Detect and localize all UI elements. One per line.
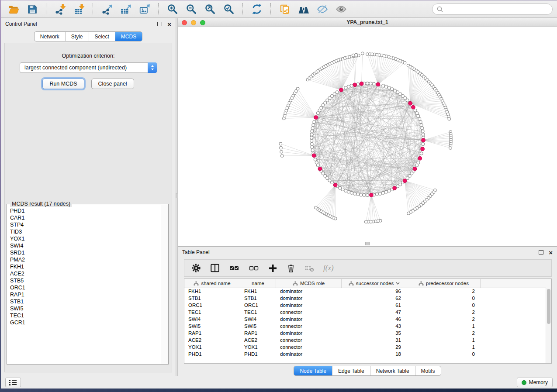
network-node[interactable] bbox=[415, 164, 419, 167]
mcds-result-item[interactable]: FKH1 bbox=[10, 263, 162, 270]
network-leaf-node[interactable] bbox=[296, 87, 299, 90]
network-node[interactable] bbox=[336, 91, 339, 94]
network-node[interactable] bbox=[417, 114, 420, 117]
network-node[interactable] bbox=[314, 158, 317, 161]
tab-motifs[interactable]: Motifs bbox=[415, 366, 441, 375]
tab-node-table[interactable]: Node Table bbox=[294, 366, 332, 375]
table-row[interactable]: STB1STB1dominator620 bbox=[184, 295, 545, 302]
network-mcds-hub-node[interactable] bbox=[412, 105, 415, 109]
network-node[interactable] bbox=[333, 93, 336, 96]
network-node[interactable] bbox=[375, 193, 378, 196]
network-mcds-hub-node[interactable] bbox=[422, 138, 426, 142]
network-window-titlebar[interactable]: YPA_prune.txt_1 bbox=[178, 18, 557, 27]
network-node[interactable] bbox=[394, 89, 397, 92]
network-mcds-hub-node[interactable] bbox=[370, 193, 374, 197]
network-leaf-node[interactable] bbox=[449, 147, 452, 150]
mcds-result-item[interactable]: TID3 bbox=[10, 228, 162, 235]
mcds-result-item[interactable]: SWI4 bbox=[10, 242, 162, 249]
network-node[interactable] bbox=[385, 85, 388, 88]
network-node[interactable] bbox=[344, 189, 347, 193]
run-mcds-button[interactable]: Run MCDS bbox=[42, 79, 84, 89]
show-glyphs-button[interactable] bbox=[333, 2, 349, 16]
export-image-button[interactable] bbox=[136, 2, 153, 16]
network-node[interactable] bbox=[366, 194, 369, 197]
network-node[interactable] bbox=[315, 161, 318, 164]
network-node[interactable] bbox=[391, 88, 394, 91]
network-leaf-node[interactable] bbox=[315, 206, 318, 209]
network-node[interactable] bbox=[311, 127, 314, 130]
network-leaf-node[interactable] bbox=[361, 52, 364, 55]
network-mcds-hub-node[interactable] bbox=[408, 101, 412, 105]
network-splitter-handle[interactable] bbox=[365, 242, 370, 245]
table-row[interactable]: SWI5SWI5connector431 bbox=[184, 323, 545, 330]
search-input[interactable] bbox=[446, 6, 548, 13]
network-node[interactable] bbox=[341, 188, 344, 191]
network-node[interactable] bbox=[382, 84, 385, 87]
network-node[interactable] bbox=[339, 186, 342, 189]
network-node[interactable] bbox=[356, 193, 360, 196]
network-node[interactable] bbox=[320, 106, 323, 109]
mcds-result-list[interactable]: PHD1CAR1STP4TID3YOX1SWI4SRD1PMA2FKH1ACE2… bbox=[7, 205, 162, 364]
network-mcds-hub-node[interactable] bbox=[339, 88, 343, 92]
network-node[interactable] bbox=[420, 152, 423, 155]
network-node[interactable] bbox=[399, 93, 402, 96]
save-session-button[interactable] bbox=[24, 2, 41, 16]
mcds-result-item[interactable]: SWI5 bbox=[10, 305, 162, 312]
mcds-result-item[interactable]: PHD1 bbox=[10, 207, 162, 214]
network-mcds-hub-node[interactable] bbox=[318, 167, 322, 171]
network-node[interactable] bbox=[415, 112, 419, 115]
table-mode-button[interactable] bbox=[191, 263, 201, 273]
network-node[interactable] bbox=[372, 82, 375, 85]
network-mcds-hub-node[interactable] bbox=[312, 154, 316, 158]
network-mcds-hub-node[interactable] bbox=[353, 83, 357, 87]
network-node[interactable] bbox=[379, 192, 382, 195]
tab-edge-table[interactable]: Edge Table bbox=[332, 366, 370, 375]
deselect-all-button[interactable] bbox=[249, 264, 259, 272]
network-mcds-hub-node[interactable] bbox=[413, 167, 417, 171]
network-leaf-node[interactable] bbox=[407, 212, 410, 215]
import-table-button[interactable] bbox=[71, 2, 87, 16]
network-node[interactable] bbox=[322, 172, 325, 175]
float-panel-icon[interactable] bbox=[157, 22, 162, 26]
network-node[interactable] bbox=[406, 177, 409, 180]
network-mcds-hub-node[interactable] bbox=[360, 82, 363, 86]
network-leaf-node[interactable] bbox=[448, 117, 451, 120]
mcds-result-item[interactable]: CAR1 bbox=[10, 214, 162, 221]
float-panel-icon[interactable] bbox=[539, 250, 543, 254]
network-node[interactable] bbox=[421, 127, 424, 130]
zoom-out-button[interactable] bbox=[183, 2, 200, 16]
network-node[interactable] bbox=[322, 103, 325, 107]
table-row[interactable]: TEC1TEC1connector472 bbox=[184, 309, 545, 316]
tab-select[interactable]: Select bbox=[89, 32, 115, 41]
tab-mcds[interactable]: MCDS bbox=[115, 32, 142, 41]
refresh-view-button[interactable] bbox=[249, 2, 265, 16]
table-row[interactable]: RAP1RAP1dominator352 bbox=[184, 330, 545, 337]
open-session-button[interactable] bbox=[5, 2, 22, 16]
table-scrollbar[interactable] bbox=[546, 288, 551, 363]
network-node[interactable] bbox=[331, 181, 334, 184]
export-network-button[interactable] bbox=[99, 2, 115, 16]
export-table-button[interactable] bbox=[118, 2, 134, 16]
table-row[interactable]: SWI4SWI4dominator462 bbox=[184, 316, 545, 323]
network-node[interactable] bbox=[350, 84, 353, 87]
table-row[interactable]: ORC1ORC1dominator610 bbox=[184, 302, 545, 309]
column-header-shared-name[interactable]: shared name bbox=[184, 279, 240, 288]
network-node[interactable] bbox=[421, 130, 424, 133]
mcds-result-item[interactable]: RAP1 bbox=[10, 291, 162, 298]
mcds-result-item[interactable]: ACE2 bbox=[10, 270, 162, 277]
tab-network[interactable]: Network bbox=[35, 32, 65, 41]
show-columns-button[interactable] bbox=[210, 263, 220, 273]
zoom-selected-button[interactable] bbox=[221, 2, 237, 16]
network-node[interactable] bbox=[422, 143, 425, 146]
network-leaf-node[interactable] bbox=[403, 61, 406, 64]
column-header-predecessor-nodes[interactable]: predecessor nodes bbox=[407, 279, 481, 288]
mcds-result-item[interactable]: SRD1 bbox=[10, 249, 162, 256]
network-canvas[interactable] bbox=[178, 27, 557, 246]
network-node[interactable] bbox=[387, 189, 391, 193]
network-mcds-hub-node[interactable] bbox=[421, 147, 425, 151]
zoom-in-button[interactable] bbox=[164, 2, 181, 16]
network-leaf-node[interactable] bbox=[364, 220, 367, 224]
network-node[interactable] bbox=[350, 191, 353, 194]
network-node[interactable] bbox=[366, 82, 369, 85]
network-leaf-node[interactable] bbox=[279, 142, 282, 145]
